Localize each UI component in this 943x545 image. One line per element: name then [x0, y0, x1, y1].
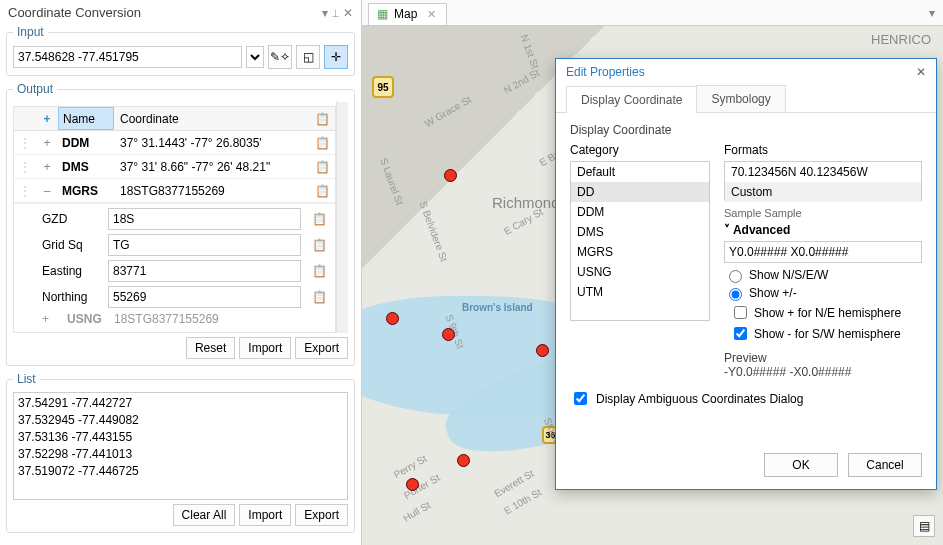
easting-label: Easting: [42, 264, 102, 278]
island-label: Brown's Island: [462, 302, 533, 313]
coordinate-list[interactable]: 37.54291 -77.442727 37.532945 -77.449082…: [13, 392, 348, 500]
output-scrollbar[interactable]: [336, 102, 348, 333]
road-label: Perry St: [392, 453, 429, 481]
map-point[interactable]: [442, 328, 455, 341]
copy-button[interactable]: 📋: [312, 264, 327, 278]
drag-handle-icon[interactable]: ⋮: [14, 136, 36, 150]
map-point[interactable]: [536, 344, 549, 357]
cancel-button[interactable]: Cancel: [848, 453, 922, 477]
ambiguous-coords-checkbox[interactable]: [574, 392, 587, 405]
category-item-default[interactable]: Default: [571, 162, 709, 182]
list-export-button[interactable]: Export: [295, 504, 348, 526]
copy-button[interactable]: 📋: [315, 160, 330, 174]
edit-properties-button[interactable]: ✎✧: [268, 45, 292, 69]
panel-title: Coordinate Conversion: [8, 5, 141, 20]
map-point-button[interactable]: ✛: [324, 45, 348, 69]
coordinate-value: 18STG8377155269: [114, 184, 309, 198]
map-tab-label: Map: [394, 7, 417, 21]
map-point[interactable]: [444, 169, 457, 182]
highway-95-shield: 95: [372, 76, 394, 98]
formats-list[interactable]: 70.123456N 40.123456W Custom: [724, 161, 922, 201]
output-export-button[interactable]: Export: [295, 337, 348, 359]
opt-minus-sw-checkbox[interactable]: [734, 327, 747, 340]
coordinate-value: 37° 31.1443' -77° 26.8035': [114, 136, 309, 150]
overflow-row-coord: 18STG8377155269: [114, 312, 219, 326]
drag-handle-icon[interactable]: ⋮: [14, 160, 36, 174]
opt-plusminus-radio[interactable]: [729, 288, 742, 301]
output-row-dms: ⋮ + DMS 37° 31' 8.66" -77° 26' 48.21" 📋: [14, 155, 335, 179]
clear-all-button[interactable]: Clear All: [173, 504, 236, 526]
list-item[interactable]: 37.52298 -77.441013: [18, 446, 343, 463]
map-icon: ▦: [377, 7, 388, 21]
format-item[interactable]: 70.123456N 40.123456W: [725, 162, 921, 182]
expand-button[interactable]: +: [36, 160, 58, 174]
map-point[interactable]: [406, 478, 419, 491]
format-name: DMS: [58, 160, 114, 174]
ok-button[interactable]: OK: [764, 453, 838, 477]
modal-close-icon[interactable]: ✕: [916, 65, 926, 79]
gridsq-label: Grid Sq: [42, 238, 102, 252]
category-item-dd[interactable]: DD: [571, 182, 709, 202]
map-dropdown-icon[interactable]: ▾: [929, 6, 935, 20]
category-item-mgrs[interactable]: MGRS: [571, 242, 709, 262]
output-import-button[interactable]: Import: [239, 337, 291, 359]
northing-field[interactable]: [108, 286, 301, 308]
collapse-button[interactable]: –: [36, 184, 58, 198]
close-icon[interactable]: ✕: [343, 6, 353, 20]
input-format-dropdown[interactable]: [246, 46, 264, 68]
list-item[interactable]: 37.54291 -77.442727: [18, 395, 343, 412]
road-label: S Laurel St: [378, 156, 405, 206]
map-tab[interactable]: ▦ Map ✕: [368, 3, 447, 25]
list-item[interactable]: 37.532945 -77.449082: [18, 412, 343, 429]
easting-field[interactable]: [108, 260, 301, 282]
col-header-coordinate[interactable]: Coordinate: [114, 112, 309, 126]
road-label: N 1st St: [519, 33, 542, 70]
category-list[interactable]: Default DD DDM DMS MGRS USNG UTM: [570, 161, 710, 321]
display-coordinate-heading: Display Coordinate: [570, 123, 922, 137]
copy-button[interactable]: 📋: [312, 212, 327, 226]
category-item-usng[interactable]: USNG: [571, 262, 709, 282]
col-header-name[interactable]: Name: [58, 107, 114, 130]
advanced-toggle[interactable]: ˅ Advanced: [724, 223, 922, 237]
opt-nsew-radio[interactable]: [729, 270, 742, 283]
copy-button[interactable]: 📋: [315, 184, 330, 198]
chevron-down-icon: ˅: [724, 223, 730, 237]
gridsq-field[interactable]: [108, 234, 301, 256]
format-pattern-field[interactable]: [724, 241, 922, 263]
list-item[interactable]: 37.519072 -77.446725: [18, 463, 343, 480]
dropdown-arrow-icon[interactable]: ▾: [322, 6, 328, 20]
copy-button[interactable]: 📋: [312, 290, 327, 304]
map-point[interactable]: [457, 454, 470, 467]
list-import-button[interactable]: Import: [239, 504, 291, 526]
input-group: Input ✎✧ ◱ ✛: [6, 25, 355, 76]
add-format-button[interactable]: +: [43, 112, 50, 126]
reset-button[interactable]: Reset: [186, 337, 235, 359]
drag-handle-icon[interactable]: ⋮: [14, 184, 36, 198]
list-legend: List: [13, 372, 40, 386]
copy-all-button[interactable]: 📋: [315, 112, 330, 126]
zoom-button[interactable]: ◱: [296, 45, 320, 69]
category-item-utm[interactable]: UTM: [571, 282, 709, 302]
close-tab-icon[interactable]: ✕: [427, 8, 436, 21]
coordinate-value: 37° 31' 8.66" -77° 26' 48.21": [114, 160, 309, 174]
road-label: S Belvidere St: [418, 200, 450, 263]
opt-plus-ne-checkbox[interactable]: [734, 306, 747, 319]
overflow-row-name: USNG: [67, 312, 102, 326]
category-item-ddm[interactable]: DDM: [571, 202, 709, 222]
copy-button[interactable]: 📋: [315, 136, 330, 150]
format-item-custom[interactable]: Custom: [725, 182, 921, 202]
crosshair-icon: ✛: [331, 50, 341, 64]
attribute-table-button[interactable]: ▤: [913, 515, 935, 537]
map-point[interactable]: [386, 312, 399, 325]
copy-button[interactable]: 📋: [312, 238, 327, 252]
expand-button[interactable]: +: [36, 136, 58, 150]
input-coordinate-field[interactable]: [13, 46, 242, 68]
category-label: Category: [570, 143, 710, 157]
tab-symbology[interactable]: Symbology: [696, 85, 785, 112]
list-item[interactable]: 37.53136 -77.443155: [18, 429, 343, 446]
tab-display-coordinate[interactable]: Display Coordinate: [566, 86, 697, 113]
opt-nsew-label: Show N/S/E/W: [749, 268, 828, 282]
category-item-dms[interactable]: DMS: [571, 222, 709, 242]
pin-icon[interactable]: ⟂: [332, 6, 339, 20]
gzd-field[interactable]: [108, 208, 301, 230]
